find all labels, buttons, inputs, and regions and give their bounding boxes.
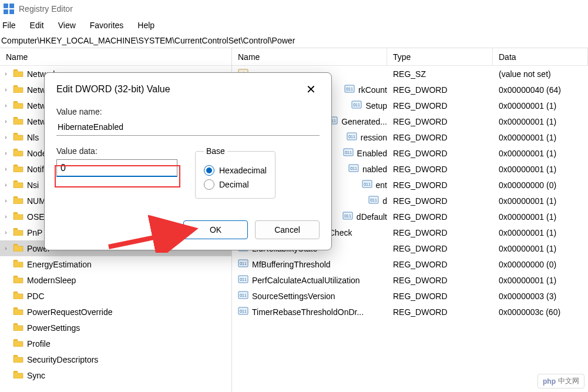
tree-item[interactable]: EnergyEstimation [0,256,231,272]
list-item[interactable]: 011PerfCalculateActualUtilizationREG_DWO… [232,272,588,288]
value-data-input[interactable] [56,159,177,177]
radio-decimal[interactable]: Decimal [204,179,267,190]
dialog-title: Edit DWORD (32-bit) Value [56,84,170,95]
value-type: REG_DWORD [387,165,493,174]
value-type: REG_DWORD [387,133,493,142]
value-name-field[interactable]: HibernateEnabled [56,120,320,136]
value-data: 0x00000001 (1) [493,196,588,206]
folder-icon [13,69,23,79]
folder-icon [13,354,23,364]
svg-rect-2 [4,9,8,14]
menu-bar: File Edit View Favorites Help [0,18,588,33]
menu-help[interactable]: Help [137,21,154,30]
value-type: REG_DWORD [387,244,493,253]
value-data: 0x00000000 (0) [493,180,588,190]
chevron-right-icon: › [2,102,9,109]
tree-item[interactable]: PowerRequestOverride [0,304,231,320]
value-data: 0x00000003 (3) [493,292,588,301]
address-bar[interactable]: Computer\HKEY_LOCAL_MACHINE\SYSTEM\Curre… [0,33,588,48]
chevron-right-icon: › [2,118,9,125]
value-type: REG_DWORD [387,212,493,222]
tree-item-label: PDC [27,292,45,301]
folder-icon [13,164,23,174]
value-data: 0x00000001 (1) [493,133,588,142]
svg-text:011: 011 [364,182,371,186]
tree-header[interactable]: Name [0,48,231,66]
chevron-right-icon: › [2,245,9,252]
value-type: REG_DWORD [387,292,493,301]
tree-item-label: EnergyEstimation [27,260,92,269]
radio-hex-label: Hexadecimal [219,166,267,175]
value-icon: 011 [343,147,354,159]
list-item[interactable]: 011MfBufferingThresholdREG_DWORD0x000000… [232,256,588,272]
value-icon: 011 [344,83,355,96]
value-type: REG_DWORD [387,196,493,206]
value-name: SourceSettingsVersion [252,292,335,301]
value-name: nabled [362,165,387,174]
ok-button[interactable]: OK [183,220,248,239]
svg-text:011: 011 [346,87,353,91]
col-header-type[interactable]: Type [387,48,493,65]
folder-icon [13,116,23,126]
svg-text:011: 011 [350,166,357,170]
close-icon[interactable]: ✕ [303,82,320,96]
list-item[interactable]: 011TimerRebaseThresholdOnDr...REG_DWORD0… [232,304,588,320]
col-header-name[interactable]: Name [232,48,387,65]
value-type: REG_DWORD [387,228,493,237]
folder-icon [13,275,23,285]
chevron-right-icon: › [2,86,9,93]
svg-text:011: 011 [240,293,247,297]
value-data: 0x00000001 (1) [493,165,588,174]
value-name: dDefault [357,212,387,222]
value-data: 0x00000000 (0) [493,260,588,269]
cancel-button[interactable]: Cancel [255,220,320,239]
tree-item[interactable]: PowerSettings [0,320,231,336]
tree-item-label: ModernSleep [27,276,76,285]
menu-view[interactable]: View [58,21,76,30]
tree-item[interactable]: PDC [0,288,231,304]
menu-favorites[interactable]: Favorites [90,21,124,30]
col-header-data[interactable]: Data [493,48,588,65]
folder-icon [13,212,23,222]
folder-icon [13,339,23,349]
value-type: REG_DWORD [387,276,493,285]
tree-item[interactable]: Sync [0,367,231,383]
tree-item[interactable]: Profile [0,336,231,351]
value-name: ent [376,180,387,190]
base-legend: Base [204,146,227,156]
folder-icon [13,291,23,301]
value-name-label: Value name: [56,107,320,116]
value-data-label: Value data: [56,146,180,156]
edit-dword-dialog: Edit DWORD (32-bit) Value ✕ Value name: … [44,72,332,250]
menu-file[interactable]: File [2,21,16,30]
watermark-suffix: 中文网 [558,376,579,386]
tree-item[interactable]: SecurityDescriptors [0,351,231,367]
value-icon: 011 [362,179,372,191]
chevron-right-icon: › [2,182,9,188]
tree-item-label: SecurityDescriptors [27,355,98,364]
tree-item-label: Nls [27,133,39,142]
chevron-right-icon: › [2,150,9,156]
folder-icon [13,243,23,253]
value-type: REG_SZ [387,69,493,79]
value-type: REG_DWORD [387,101,493,110]
value-icon: 011 [342,210,353,223]
value-name: TimerRebaseThresholdOnDr... [252,307,364,317]
folder-icon [13,370,23,380]
folder-icon [13,307,23,317]
tree-item-label: PowerRequestOverride [27,307,113,317]
svg-text:011: 011 [344,214,351,218]
svg-text:011: 011 [240,309,247,313]
folder-icon [13,196,23,206]
list-item[interactable]: 011SourceSettingsVersionREG_DWORD0x00000… [232,288,588,304]
value-name: Enabled [357,149,387,158]
folder-icon [13,227,23,237]
radio-hexadecimal[interactable]: Hexadecimal [204,165,267,176]
menu-edit[interactable]: Edit [30,21,44,30]
svg-text:011: 011 [354,103,361,107]
value-name: rkCount [358,85,387,95]
value-data: 0x00000001 (1) [493,276,588,285]
tree-item[interactable]: ModernSleep [0,272,231,288]
tree-item-label: Profile [27,339,51,349]
folder-icon [13,100,23,110]
